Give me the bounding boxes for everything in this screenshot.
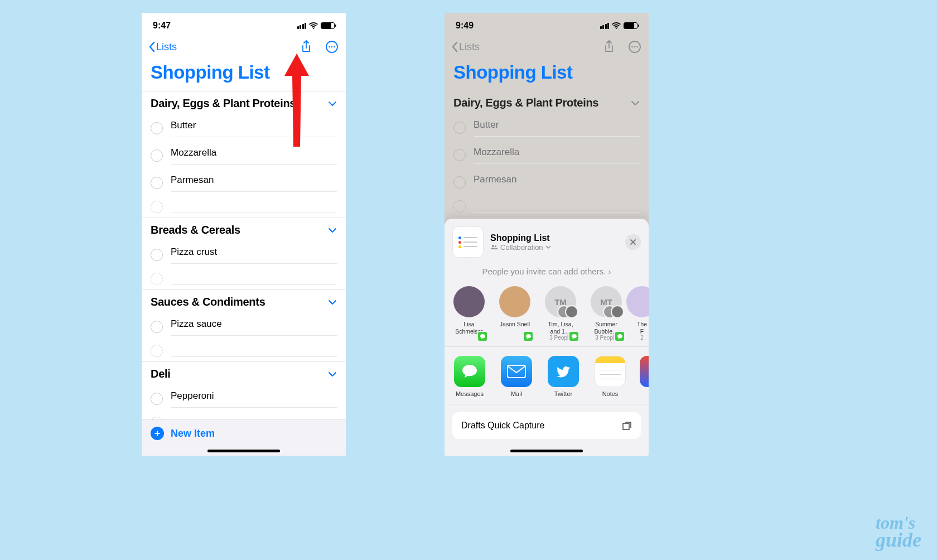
back-button[interactable]: Lists — [451, 41, 480, 53]
section-title: Breads & Cereals — [151, 224, 240, 236]
add-icon[interactable]: + — [151, 427, 164, 440]
checkbox-placeholder[interactable] — [151, 345, 163, 357]
section-title: Dairy, Eggs & Plant Proteins — [151, 97, 296, 110]
battery-icon — [321, 22, 335, 29]
back-button[interactable]: Lists — [148, 41, 177, 53]
section-header[interactable]: Dairy, Eggs & Plant Proteins — [142, 91, 346, 114]
cellular-icon — [600, 23, 610, 29]
share-contact[interactable]: The F 2 — [635, 286, 649, 341]
checkbox-circle[interactable] — [151, 393, 163, 405]
app-icon — [640, 356, 649, 387]
list-item[interactable]: Pizza crust — [142, 241, 346, 268]
share-app-messages[interactable]: Messages — [452, 356, 487, 397]
share-contact[interactable]: Lisa Schmeiser — [452, 286, 486, 341]
chevron-down-icon — [631, 100, 640, 106]
checkbox-circle[interactable] — [151, 122, 163, 134]
section-title: Sauces & Condiments — [151, 296, 265, 308]
svg-point-9 — [495, 245, 496, 247]
svg-rect-10 — [508, 365, 525, 378]
back-label: Lists — [156, 41, 177, 53]
checkbox-circle[interactable] — [453, 122, 466, 134]
notes-icon — [595, 356, 626, 387]
section-header[interactable]: Dairy, Eggs & Plant Proteins — [445, 91, 649, 114]
checkbox-placeholder[interactable] — [453, 200, 466, 213]
section-title: Dairy, Eggs & Plant Proteins — [453, 96, 598, 109]
share-app-twitter[interactable]: Twitter — [546, 356, 581, 397]
chevron-down-icon — [328, 101, 337, 107]
avatar — [626, 286, 649, 317]
phone-screenshot-left: 9:47 Lists Shopping List Dairy, Eggs & P… — [142, 13, 346, 456]
mail-icon — [501, 356, 532, 387]
list-item[interactable]: Pepperoni — [142, 385, 346, 412]
checkbox-circle[interactable] — [151, 249, 163, 261]
navigation-bar: Lists — [142, 35, 346, 59]
list-item[interactable]: Pizza sauce — [142, 313, 346, 340]
list-item[interactable]: Mozzarella — [445, 141, 649, 168]
status-bar: 9:47 — [142, 13, 346, 35]
status-icons — [600, 22, 638, 29]
checkbox-placeholder[interactable] — [151, 201, 163, 213]
checkbox-placeholder[interactable] — [151, 273, 163, 285]
list-title: Shopping List — [445, 59, 649, 91]
section-header[interactable]: Sauces & Condiments — [142, 289, 346, 313]
cellular-icon — [297, 23, 307, 29]
svg-point-5 — [631, 46, 633, 48]
list-item[interactable]: Butter — [445, 114, 649, 141]
checkbox-circle[interactable] — [151, 149, 163, 162]
chevron-down-icon — [328, 300, 337, 305]
home-indicator — [207, 450, 280, 452]
svg-point-1 — [329, 46, 330, 48]
list-item[interactable]: Mozzarella — [142, 142, 346, 169]
avatar-group: TM — [545, 286, 576, 317]
more-button[interactable] — [627, 40, 642, 54]
checkbox-circle[interactable] — [453, 176, 466, 189]
share-contact[interactable]: Jason Snell — [498, 286, 532, 341]
share-permissions-row[interactable]: People you invite can add others. — [445, 262, 649, 284]
share-action-drafts[interactable]: Drafts Quick Capture — [452, 412, 641, 439]
list-title: Shopping List — [142, 59, 346, 91]
battery-icon — [624, 22, 637, 29]
share-icon — [301, 40, 312, 54]
list-item-empty[interactable] — [142, 196, 346, 218]
section-header[interactable]: Breads & Cereals — [142, 218, 346, 241]
list-item[interactable]: Butter — [142, 114, 346, 142]
share-button[interactable] — [602, 40, 616, 54]
list-item[interactable]: Parmesan — [445, 168, 649, 196]
messages-icon — [454, 356, 485, 387]
share-app-more[interactable] — [640, 356, 649, 397]
share-app-mail[interactable]: Mail — [499, 356, 534, 397]
share-app-notes[interactable]: Notes — [593, 356, 627, 397]
share-contact[interactable]: MT Summer Bubble… 3 People — [590, 286, 623, 341]
svg-point-3 — [334, 46, 335, 48]
checkbox-circle[interactable] — [151, 321, 163, 333]
collaboration-selector[interactable]: Collaboration — [490, 243, 619, 252]
reminders-app-icon — [452, 226, 484, 258]
share-contact[interactable]: TM Tim, Lisa, and 1… 3 People — [544, 286, 577, 341]
avatar — [453, 286, 485, 317]
chevron-down-icon — [545, 245, 551, 249]
list-item-empty[interactable] — [445, 196, 649, 217]
svg-point-2 — [331, 46, 333, 48]
wifi-icon — [309, 22, 318, 29]
share-apps-row: Messages Mail Twitter Notes — [445, 347, 649, 404]
list-item-empty[interactable] — [142, 340, 346, 361]
section-header[interactable]: Deli — [142, 361, 346, 385]
open-in-icon — [622, 421, 632, 431]
more-button[interactable] — [325, 40, 339, 54]
status-icons — [297, 22, 335, 29]
share-item-name: Shopping List — [490, 233, 619, 243]
chevron-left-icon — [148, 41, 155, 52]
share-button[interactable] — [299, 40, 313, 54]
share-sheet: Shopping List Collaboration People you i… — [445, 219, 649, 456]
watermark: tom's guide — [876, 515, 921, 549]
checkbox-circle[interactable] — [151, 177, 163, 189]
messages-badge-icon — [523, 331, 534, 342]
new-item-button[interactable]: New Item — [171, 428, 215, 440]
wifi-icon — [612, 22, 621, 29]
chevron-down-icon — [328, 228, 337, 233]
checkbox-circle[interactable] — [453, 149, 466, 161]
close-button[interactable] — [625, 234, 641, 250]
list-item-empty[interactable] — [142, 268, 346, 289]
messages-badge-icon — [477, 331, 488, 342]
list-item[interactable]: Parmesan — [142, 169, 346, 196]
